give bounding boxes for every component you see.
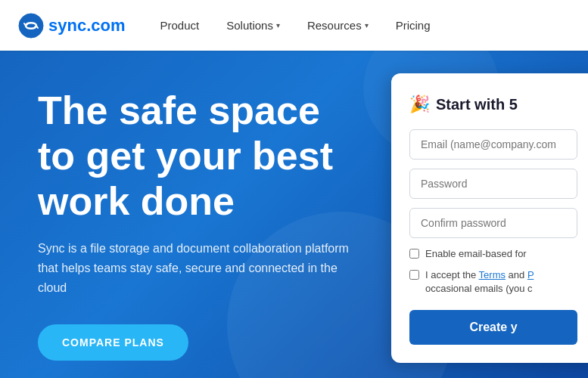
nav-item-resources[interactable]: Resources ▾ <box>297 13 379 38</box>
email-field[interactable] <box>409 129 577 160</box>
signup-card: 🎉 Start with 5 Enable email-based for I … <box>391 73 588 363</box>
hero-title: The safe space to get your best work don… <box>38 88 394 224</box>
compare-plans-button[interactable]: COMPARE PLANS <box>38 324 188 361</box>
navbar: sync.com Product Solutions ▾ Resources ▾… <box>0 0 588 51</box>
card-title: 🎉 Start with 5 <box>409 94 577 114</box>
logo[interactable]: sync.com <box>18 13 126 39</box>
svg-point-0 <box>19 14 43 38</box>
party-icon: 🎉 <box>409 94 430 114</box>
terms-link[interactable]: Terms <box>479 269 506 280</box>
password-field[interactable] <box>409 169 577 199</box>
enable-email-checkbox[interactable] <box>409 249 419 259</box>
terms-label: I accept the Terms and P occasional emai… <box>425 268 577 296</box>
logo-text: sync.com <box>48 16 126 36</box>
nav-item-pricing[interactable]: Pricing <box>385 13 441 38</box>
card-title-text: Start with 5 <box>436 96 518 113</box>
nav-links: Product Solutions ▾ Resources ▾ Pricing <box>150 13 441 38</box>
sync-logo-icon <box>18 13 44 39</box>
chevron-down-icon: ▾ <box>276 21 280 29</box>
enable-email-label: Enable email-based for <box>425 247 527 261</box>
terms-checkbox[interactable] <box>409 270 419 280</box>
nav-item-solutions[interactable]: Solutions ▾ <box>216 13 291 38</box>
confirm-password-field[interactable] <box>409 208 577 238</box>
nav-item-product[interactable]: Product <box>150 13 210 38</box>
terms-checkbox-row: I accept the Terms and P occasional emai… <box>409 268 577 296</box>
create-account-button[interactable]: Create y <box>409 310 577 345</box>
enable-email-checkbox-row: Enable email-based for <box>409 247 577 261</box>
privacy-link[interactable]: P <box>527 269 534 280</box>
chevron-down-icon: ▾ <box>365 21 369 29</box>
main-section: The safe space to get your best work don… <box>0 51 588 378</box>
